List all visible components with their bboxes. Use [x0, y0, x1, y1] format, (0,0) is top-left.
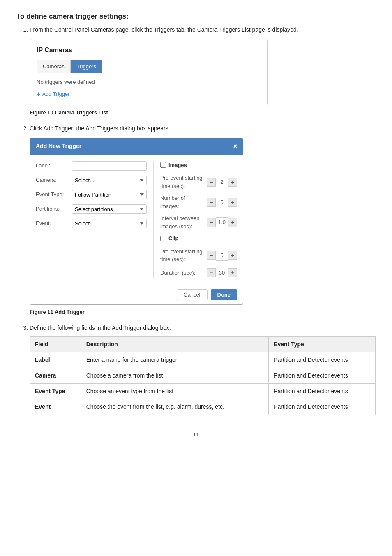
table-cell-field: Camera	[30, 368, 81, 383]
duration-plus[interactable]: +	[228, 268, 237, 277]
dialog-footer: Cancel Done	[30, 285, 243, 304]
ip-cameras-title: IP Cameras	[37, 45, 261, 55]
pre-event-time-row: Pre-event starting time (sec): − 2 +	[160, 174, 237, 190]
num-images-label: Number of images:	[160, 194, 204, 210]
page-heading: To define camera trigger settings:	[16, 12, 376, 21]
clip-pre-event-controls: − 5 +	[207, 250, 237, 261]
partitions-label: Partitions:	[36, 205, 69, 213]
partitions-row: Partitions: Select partitions	[36, 204, 147, 214]
clip-label: Clip	[168, 234, 179, 243]
table-cell-event-type: Partition and Detector events	[269, 399, 376, 415]
event-type-label: Event Type:	[36, 190, 69, 199]
tab-triggers[interactable]: Triggers	[71, 60, 102, 73]
event-type-select[interactable]: Follow Partition	[72, 190, 147, 199]
clip-pre-event-label: Pre-event starting time (sec):	[160, 248, 204, 264]
col-header-field: Field	[30, 336, 81, 352]
pre-event-time-label: Pre-event starting time (sec):	[160, 174, 204, 190]
step-2: Click Add Trigger; the Add Triggers dial…	[30, 124, 376, 316]
camera-field-label: Camera:	[36, 176, 69, 184]
fields-table: Field Description Event Type LabelEnter …	[30, 336, 376, 415]
clip-checkbox[interactable]	[160, 236, 166, 241]
table-cell-description: Choose an event type from the list	[81, 383, 269, 399]
interval-minus[interactable]: −	[207, 218, 216, 227]
add-trigger-link[interactable]: + Add Trigger	[37, 89, 261, 99]
step-1: From the Control Panel Cameras page, cli…	[30, 25, 376, 117]
partitions-select[interactable]: Select partitions	[72, 204, 147, 214]
table-cell-field: Event	[30, 399, 81, 415]
step-3: Define the following fields in the Add T…	[30, 324, 376, 415]
label-row: Label:	[36, 161, 147, 171]
camera-row: Camera: Select...	[36, 176, 147, 185]
interval-value: 1.0	[216, 217, 228, 228]
table-cell-description: Choose a camera from the list	[81, 368, 269, 383]
duration-row: Duration (sec): − 30 +	[160, 268, 237, 278]
done-button[interactable]: Done	[211, 289, 238, 300]
add-trigger-label: Add Trigger	[42, 90, 69, 98]
dialog-left-panel: Label: Camera: Select... Event Ty	[36, 161, 154, 278]
table-cell-event-type: Partition and Detector events	[269, 383, 376, 399]
label-field-label: Label:	[36, 162, 69, 170]
pre-event-time-value: 2	[216, 177, 228, 188]
table-cell-event-type: Partition and Detector events	[269, 368, 376, 383]
table-cell-field: Event Type	[30, 383, 81, 399]
cancel-button[interactable]: Cancel	[177, 289, 207, 300]
duration-label: Duration (sec):	[160, 269, 204, 277]
tab-cameras[interactable]: Cameras	[37, 60, 71, 73]
num-images-value: 5	[216, 197, 228, 208]
clip-pre-event-plus[interactable]: +	[228, 251, 237, 260]
clip-pre-event-minus[interactable]: −	[207, 251, 216, 260]
clip-pre-event-value: 5	[216, 250, 228, 261]
no-triggers-text: No triggers were defined	[37, 78, 261, 86]
table-cell-description: Choose the event from the list, e.g. ala…	[81, 399, 269, 415]
dialog-header: Add New Trigger ×	[30, 138, 243, 155]
col-header-description: Description	[81, 336, 269, 352]
ip-cameras-box: IP Cameras Cameras Triggers No triggers …	[30, 39, 268, 105]
dialog-right-panel: Images Pre-event starting time (sec): − …	[154, 161, 237, 278]
interval-row: Interval between images (sec): − 1.0 +	[160, 214, 237, 230]
table-cell-field: Label	[30, 352, 81, 368]
event-row: Event: Select...	[36, 219, 147, 228]
table-row: Event TypeChoose an event type from the …	[30, 383, 376, 399]
dialog-title: Add New Trigger	[36, 142, 81, 151]
close-icon[interactable]: ×	[233, 141, 237, 151]
images-label: Images	[168, 161, 187, 169]
images-checkbox[interactable]	[160, 162, 166, 168]
add-trigger-dialog: Add New Trigger × Label: Camera:	[30, 138, 243, 305]
table-row: LabelEnter a name for the camera trigger…	[30, 352, 376, 368]
label-input[interactable]	[72, 161, 147, 171]
figure2-caption: Figure 11 Add Trigger	[30, 308, 376, 316]
duration-value: 30	[216, 268, 228, 278]
table-cell-description: Enter a name for the camera trigger	[81, 352, 269, 368]
table-row: CameraChoose a camera from the listParti…	[30, 368, 376, 383]
interval-plus[interactable]: +	[228, 218, 237, 227]
tabs-row: Cameras Triggers	[37, 60, 261, 73]
interval-controls: − 1.0 +	[207, 217, 237, 228]
plus-icon: +	[37, 89, 40, 99]
duration-minus[interactable]: −	[207, 268, 216, 277]
pre-event-time-minus[interactable]: −	[207, 178, 216, 187]
images-section-header: Images	[160, 161, 237, 169]
clip-section-header: Clip	[160, 234, 237, 243]
page-number: 11	[16, 431, 376, 438]
num-images-controls: − 5 +	[207, 197, 237, 208]
event-select[interactable]: Select...	[72, 219, 147, 228]
event-label: Event:	[36, 219, 69, 227]
table-cell-event-type: Partition and Detector events	[269, 352, 376, 368]
duration-controls: − 30 +	[207, 268, 237, 278]
figure1-caption: Figure 10 Camera Triggers List	[30, 109, 376, 117]
num-images-plus[interactable]: +	[228, 198, 237, 207]
interval-label: Interval between images (sec):	[160, 214, 204, 230]
table-row: EventChoose the event from the list, e.g…	[30, 399, 376, 415]
pre-event-time-controls: − 2 +	[207, 177, 237, 188]
num-images-row: Number of images: − 5 +	[160, 194, 237, 210]
dialog-body: Label: Camera: Select... Event Ty	[30, 155, 243, 285]
num-images-minus[interactable]: −	[207, 198, 216, 207]
camera-select[interactable]: Select...	[72, 176, 147, 185]
col-header-event-type: Event Type	[269, 336, 376, 352]
pre-event-time-plus[interactable]: +	[228, 178, 237, 187]
event-type-row: Event Type: Follow Partition	[36, 190, 147, 199]
clip-pre-event-row: Pre-event starting time (sec): − 5 +	[160, 248, 237, 264]
